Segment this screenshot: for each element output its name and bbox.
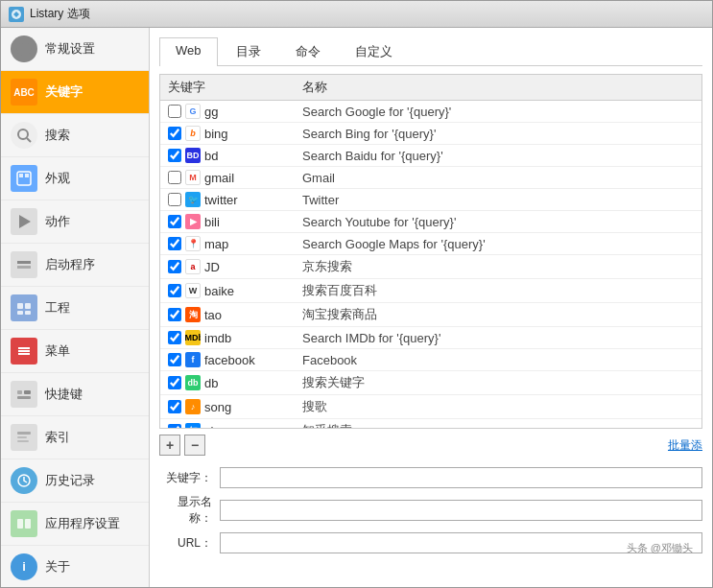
add-button[interactable]: +	[159, 435, 180, 456]
row-checkbox[interactable]	[168, 171, 181, 184]
row-keyword: imdb	[204, 331, 231, 345]
row-keyword: baike	[204, 284, 234, 298]
col-keyword: 关键字	[160, 75, 295, 101]
row-checkbox[interactable]	[168, 105, 181, 118]
sidebar-item-general[interactable]: 常规设置	[1, 28, 149, 71]
keyword-form-input[interactable]	[220, 467, 702, 488]
svg-rect-9	[17, 261, 31, 264]
sidebar-item-app-settings[interactable]: 应用程序设置	[1, 503, 149, 546]
row-checkbox[interactable]	[168, 400, 181, 413]
row-name: Search IMDb for '{query}'	[295, 327, 701, 349]
table-row: 知 zh 知乎搜索	[160, 419, 701, 430]
keyword-cell: 淘 tao	[160, 303, 295, 327]
table-row: ▶ bili Search Youtube for '{query}'	[160, 211, 701, 233]
row-checkbox[interactable]	[168, 193, 181, 206]
sidebar-item-about[interactable]: i 关于	[1, 546, 149, 587]
sidebar-label-keyword: 关键字	[45, 83, 83, 101]
sidebar-item-launch[interactable]: 启动程序	[1, 244, 149, 287]
row-checkbox[interactable]	[168, 424, 181, 429]
row-icon: ♪	[185, 399, 201, 414]
window-title: Listary 选项	[30, 6, 90, 22]
row-keyword: map	[204, 237, 228, 251]
sidebar-label-action: 动作	[45, 213, 70, 230]
sidebar-item-index[interactable]: 索引	[1, 416, 149, 459]
table-row: G gg Search Google for '{query}'	[160, 101, 701, 123]
row-icon: 📍	[185, 236, 201, 251]
bottom-toolbar: + − 批量添	[159, 429, 702, 461]
tab-web[interactable]: Web	[159, 37, 218, 66]
svg-line-3	[27, 138, 31, 142]
keyword-cell: 🐦 twitter	[160, 189, 295, 211]
tab-command[interactable]: 命令	[279, 37, 337, 65]
sidebar-item-history[interactable]: 历史记录	[1, 459, 149, 503]
row-name: Search Youtube for '{query}'	[295, 211, 701, 233]
svg-rect-14	[18, 347, 30, 349]
table-row: db db 搜索关键字	[160, 371, 701, 395]
row-keyword: zh	[204, 424, 218, 430]
row-checkbox[interactable]	[168, 308, 181, 321]
row-icon: db	[185, 375, 201, 390]
sidebar-item-search[interactable]: 搜索	[1, 114, 149, 157]
sidebar-item-keyword[interactable]: ABC 关键字	[1, 71, 149, 114]
row-checkbox[interactable]	[168, 331, 181, 344]
sidebar-item-menu[interactable]: 菜单	[1, 330, 149, 373]
sidebar-item-shortcut[interactable]: 快捷键	[1, 373, 149, 416]
launch-icon	[11, 251, 37, 278]
svg-text:i: i	[22, 559, 26, 574]
keyword-cell: f facebook	[160, 349, 295, 371]
svg-rect-10	[17, 303, 23, 309]
row-name: 淘宝搜索商品	[295, 303, 701, 327]
svg-rect-15	[18, 350, 30, 352]
row-name: Facebook	[295, 349, 701, 371]
row-checkbox[interactable]	[168, 376, 181, 389]
row-checkbox[interactable]	[168, 149, 181, 162]
table-row: a JD 京东搜索	[160, 255, 701, 279]
bulk-add-link[interactable]: 批量添	[668, 437, 702, 454]
app-settings-icon	[11, 510, 37, 537]
sidebar-label-menu: 菜单	[45, 342, 70, 360]
sidebar-item-action[interactable]: 动作	[1, 200, 149, 244]
svg-rect-13	[25, 311, 31, 315]
remove-button[interactable]: −	[184, 435, 205, 456]
row-checkbox[interactable]	[168, 260, 181, 273]
row-name: Search Google for '{query}'	[295, 101, 701, 123]
table-row: IMDb imdb Search IMDb for '{query}'	[160, 327, 701, 349]
name-form-input[interactable]	[220, 500, 702, 521]
row-keyword: JD	[204, 260, 220, 274]
sidebar-item-appearance[interactable]: 外观	[1, 157, 149, 200]
keyword-cell: a JD	[160, 255, 295, 279]
tab-custom[interactable]: 自定义	[339, 37, 409, 65]
tab-directory[interactable]: 目录	[220, 37, 277, 65]
row-icon: 知	[185, 423, 201, 429]
keyword-table: 关键字 名称 G gg Search Google for '{query}' …	[160, 75, 701, 429]
svg-marker-7	[19, 215, 31, 228]
keyword-cell: IMDb imdb	[160, 327, 295, 349]
row-checkbox[interactable]	[168, 127, 181, 140]
sidebar-label-shortcut: 快捷键	[45, 386, 83, 403]
table-row: ♪ song 搜歌	[160, 395, 701, 419]
shortcut-icon	[11, 381, 37, 408]
row-checkbox[interactable]	[168, 284, 181, 297]
svg-rect-18	[24, 390, 31, 394]
keyword-cell: 📍 map	[160, 233, 295, 255]
name-form-label: 显示名称：	[159, 494, 212, 527]
sidebar-label-about: 关于	[45, 558, 70, 576]
sidebar-label-project: 工程	[45, 299, 70, 317]
row-checkbox[interactable]	[168, 237, 181, 250]
row-icon: BD	[185, 148, 201, 163]
gear-icon	[11, 35, 37, 62]
sidebar-item-project[interactable]: 工程	[1, 287, 149, 330]
row-checkbox[interactable]	[168, 215, 181, 228]
name-form-row: 显示名称：	[159, 494, 702, 527]
table-row: BD bd Search Baidu for '{query}'	[160, 145, 701, 167]
index-icon	[11, 424, 37, 451]
row-name: Gmail	[295, 167, 701, 189]
project-icon	[11, 294, 37, 321]
row-checkbox[interactable]	[168, 353, 181, 366]
svg-rect-6	[25, 174, 29, 177]
keyword-cell: db db	[160, 371, 295, 395]
sidebar-label-history: 历史记录	[45, 472, 95, 489]
sidebar-label-general: 常规设置	[45, 40, 95, 58]
sidebar-label-launch: 启动程序	[45, 256, 95, 273]
menu-icon	[11, 338, 37, 365]
